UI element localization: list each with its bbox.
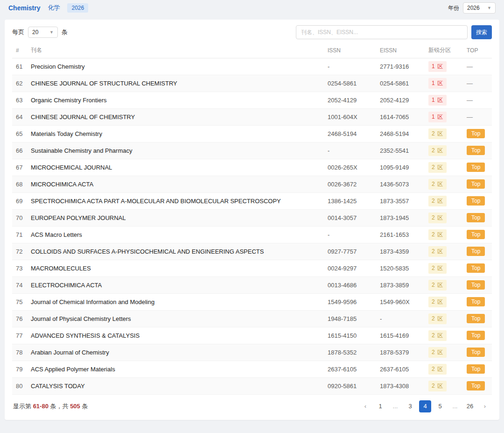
issn-value: 2637-6105	[324, 361, 376, 377]
top-cell: Top	[463, 293, 492, 310]
table-row: 70EUROPEAN POLYMER JOURNAL0014-30571873-…	[12, 209, 492, 226]
top-cell: Top	[463, 159, 492, 176]
year-select[interactable]: 2026 ▼	[463, 2, 496, 14]
issn-value: 1386-1425	[324, 192, 376, 209]
row-number: 75	[12, 293, 27, 310]
row-number: 62	[12, 75, 27, 92]
category-link-chinese[interactable]: 化学	[48, 4, 60, 12]
zone-cell: 2 区	[425, 277, 463, 293]
journal-name[interactable]: Precision Chemistry	[27, 58, 324, 75]
table-row: 74ELECTROCHIMICA ACTA0013-46861873-38592…	[12, 277, 492, 293]
zone-cell: 2 区	[425, 327, 463, 344]
issn-value: -	[324, 142, 376, 159]
journal-name[interactable]: Materials Today Chemistry	[27, 125, 324, 142]
zone-badge: 2 区	[428, 364, 447, 375]
journal-name[interactable]: Arabian Journal of Chemistry	[27, 344, 324, 361]
issn-value: 2468-5194	[324, 125, 376, 142]
journal-name[interactable]: MICROCHEMICAL JOURNAL	[27, 159, 324, 176]
table-row: 79ACS Applied Polymer Materials2637-6105…	[12, 361, 492, 377]
row-number: 67	[12, 159, 27, 176]
topbar: Chemistry 化学 2026 年份 2026 ▼	[0, 0, 504, 16]
page-number-3[interactable]: 3	[404, 400, 416, 412]
per-page-select[interactable]: 20 ▼	[28, 27, 58, 38]
issn-value: 1549-9596	[324, 293, 376, 310]
journal-name[interactable]: ACS Macro Letters	[27, 226, 324, 243]
year-select-label: 年份	[448, 4, 459, 12]
eissn-value: 0254-5861	[376, 75, 425, 92]
table-row: 75Journal of Chemical Information and Mo…	[12, 293, 492, 310]
next-page-button[interactable]: ›	[479, 400, 491, 412]
table-row: 71ACS Macro Letters-2161-16532 区Top	[12, 226, 492, 243]
journal-table: # 刊名 ISSN EISSN 新锐分区 TOP 61Precision Che…	[12, 43, 492, 395]
top-cell: Top	[463, 327, 492, 344]
top-badge: Top	[467, 230, 485, 239]
prev-page-button[interactable]: ‹	[359, 400, 371, 412]
journal-name[interactable]: SPECTROCHIMICA ACTA PART A-MOLECULAR AND…	[27, 192, 324, 209]
zone-badge: 2 区	[428, 297, 447, 307]
year-tag[interactable]: 2026	[67, 3, 88, 13]
eissn-value: 1615-4169	[376, 327, 425, 344]
zone-badge: 2 区	[428, 347, 447, 358]
topbar-left: Chemistry 化学 2026	[8, 3, 88, 13]
journal-name[interactable]: MACROMOLECULES	[27, 260, 324, 277]
row-number: 71	[12, 226, 27, 243]
eissn-value: 1878-5379	[376, 344, 425, 361]
category-link-english[interactable]: Chemistry	[8, 4, 40, 12]
zone-cell: 2 区	[425, 176, 463, 192]
page-number-1[interactable]: 1	[374, 400, 386, 412]
top-cell: Top	[463, 260, 492, 277]
page-number-4[interactable]: 4	[419, 400, 431, 412]
zone-badge: 1 区	[428, 112, 447, 122]
eissn-value: 1095-9149	[376, 159, 425, 176]
issn-value: 0254-5861	[324, 75, 376, 92]
journal-name[interactable]: COLLOIDS AND SURFACES A-PHYSICOCHEMICAL …	[27, 243, 324, 260]
table-header-row: # 刊名 ISSN EISSN 新锐分区 TOP	[12, 43, 492, 58]
journal-name[interactable]: EUROPEAN POLYMER JOURNAL	[27, 209, 324, 226]
journal-name[interactable]: Journal of Physical Chemistry Letters	[27, 310, 324, 327]
summary-suffix: 条	[82, 403, 88, 410]
journal-name[interactable]: ELECTROCHIMICA ACTA	[27, 277, 324, 293]
zone-badge: 2 区	[428, 313, 447, 324]
zone-cell: 1 区	[425, 75, 463, 92]
zone-cell: 1 区	[425, 58, 463, 75]
no-top-dash: —	[467, 97, 473, 104]
eissn-value: 1873-4359	[376, 243, 425, 260]
page-number-26[interactable]: 26	[464, 400, 476, 412]
row-number: 77	[12, 327, 27, 344]
chevron-down-icon: ▼	[49, 30, 54, 35]
top-cell: Top	[463, 344, 492, 361]
top-cell: Top	[463, 377, 492, 394]
journal-name[interactable]: CHINESE JOURNAL OF STRUCTURAL CHEMISTRY	[27, 75, 324, 92]
top-cell: Top	[463, 125, 492, 142]
top-cell: Top	[463, 226, 492, 243]
per-page-label: 每页	[12, 28, 24, 36]
journal-name[interactable]: CHINESE JOURNAL OF CHEMISTRY	[27, 108, 324, 125]
journal-name[interactable]: CATALYSIS TODAY	[27, 377, 324, 394]
zone-badge: 1 区	[428, 61, 447, 72]
top-badge: Top	[467, 331, 485, 340]
search-button[interactable]: 搜索	[471, 25, 492, 39]
top-badge: Top	[467, 364, 485, 374]
table-row: 61Precision Chemistry-2771-93161 区—	[12, 58, 492, 75]
header-eissn: EISSN	[376, 43, 425, 58]
eissn-value: 2771-9316	[376, 58, 425, 75]
row-number: 70	[12, 209, 27, 226]
search-controls: 搜索	[296, 25, 492, 39]
journal-name[interactable]: ADVANCED SYNTHESIS & CATALYSIS	[27, 327, 324, 344]
page-number-5[interactable]: 5	[434, 400, 446, 412]
top-badge: Top	[467, 163, 485, 172]
table-row: 66Sustainable Chemistry and Pharmacy-235…	[12, 142, 492, 159]
journal-name[interactable]: Journal of Chemical Information and Mode…	[27, 293, 324, 310]
zone-badge: 2 区	[428, 246, 447, 257]
search-input[interactable]	[296, 25, 468, 39]
eissn-value: 1520-5835	[376, 260, 425, 277]
journal-name[interactable]: MICROCHIMICA ACTA	[27, 176, 324, 192]
journal-name[interactable]: Sustainable Chemistry and Pharmacy	[27, 142, 324, 159]
eissn-value: 2161-1653	[376, 226, 425, 243]
issn-value: 0026-3672	[324, 176, 376, 192]
top-badge: Top	[467, 348, 485, 357]
journal-name[interactable]: ACS Applied Polymer Materials	[27, 361, 324, 377]
zone-badge: 2 区	[428, 145, 447, 156]
journal-name[interactable]: Organic Chemistry Frontiers	[27, 92, 324, 108]
issn-value: 0014-3057	[324, 209, 376, 226]
